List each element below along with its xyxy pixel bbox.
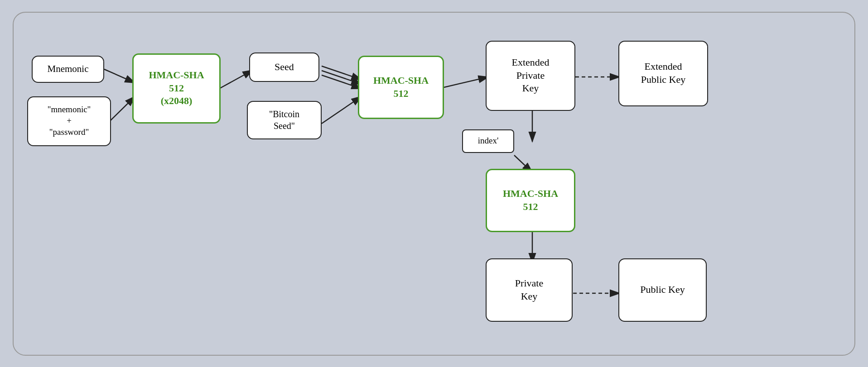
seed-node: Seed	[249, 52, 319, 82]
bitcoin-seed-node: "BitcoinSeed"	[247, 101, 322, 139]
ext-public-key-node: ExtendedPublic Key	[618, 41, 708, 106]
hmac3-node: HMAC-SHA512	[486, 169, 575, 232]
passphrase-node: "mnemonic"+"password"	[27, 96, 111, 146]
mnemonic-node: Mnemonic	[32, 56, 104, 83]
diagram-container: Mnemonic "mnemonic"+"password" HMAC-SHA5…	[13, 12, 855, 356]
private-key-node: PrivateKey	[486, 258, 573, 322]
public-key-node: Public Key	[618, 258, 707, 322]
hmac2-node: HMAC-SHA512	[358, 56, 444, 119]
hmac1-node: HMAC-SHA512(x2048)	[132, 53, 221, 124]
index-node: index'	[462, 129, 514, 153]
ext-private-key-node: ExtendedPrivateKey	[486, 41, 575, 111]
